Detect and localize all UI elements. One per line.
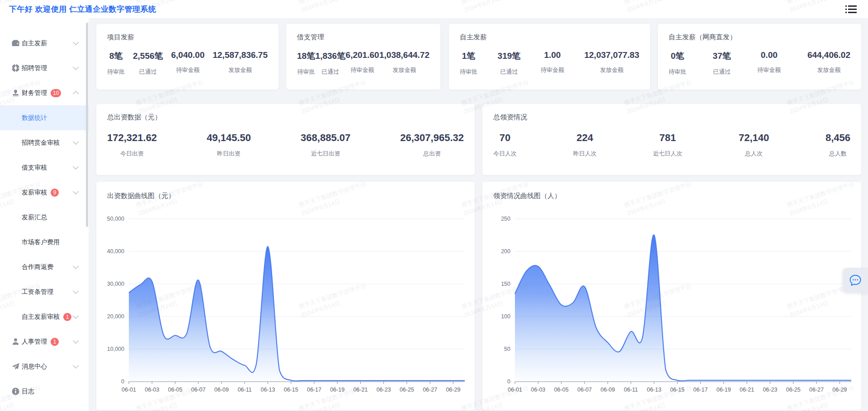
sidebar-item-label: 招聘管理 [22, 64, 47, 72]
stat-value: 8,456 [826, 132, 850, 144]
stat-item: 319笔 已通过 [498, 50, 521, 76]
stat-label: 总人次 [739, 150, 769, 158]
stat-item: 72,140 总人次 [739, 132, 769, 158]
stat-label: 已通过 [316, 68, 346, 76]
stat-item: 6,040.00 待审金额 [171, 50, 205, 76]
stat-card-2: 自主发薪 1笔 待审批 319笔 已通过 1.00 待审金额 12,037,07… [449, 24, 650, 90]
stat-label: 待审金额 [757, 66, 781, 74]
sidebar-item-11[interactable]: 自主发薪审核1 [0, 304, 89, 329]
svg-text:06-17: 06-17 [693, 387, 708, 393]
stat-label: 待审金额 [171, 66, 205, 74]
person-icon [12, 338, 19, 345]
stat-label: 今日人次 [493, 150, 517, 158]
sidebar-item-13[interactable]: 消息中心 [0, 354, 89, 379]
stat-value: 12,587,836.75 [212, 50, 268, 60]
sidebar-item-14[interactable]: 日志 [0, 379, 89, 404]
svg-text:20,000: 20,000 [107, 313, 124, 320]
card-title: 自主发薪 [460, 33, 487, 42]
stat-value: 224 [573, 132, 597, 144]
svg-text:06-11: 06-11 [238, 387, 252, 393]
svg-text:30,000: 30,000 [107, 281, 124, 287]
stat-item: 8,456 总人数 [826, 132, 850, 158]
stat-item: 0笔 待审批 [669, 50, 686, 76]
stat-label: 发放金额 [807, 66, 850, 74]
page-title: 下午好 欢迎使用 仁立通企业数字管理系统 [9, 4, 156, 14]
stat-value: 12,037,077.83 [584, 50, 639, 60]
stat-item: 49,145.50 昨日出资 [207, 132, 251, 158]
stat-item: 12,587,836.75 发放金额 [212, 50, 268, 76]
sidebar-item-3[interactable]: 数据统计 [0, 105, 89, 130]
stat-label: 待审批 [297, 68, 315, 76]
stat-value: 172,321.62 [107, 132, 157, 144]
sidebar-item-9[interactable]: 合作商返费 [0, 255, 89, 279]
stat-value: 6,040.00 [171, 50, 205, 60]
stat-value: 18笔 [297, 50, 315, 62]
stat-item: 26,307,965.32 总出资 [400, 132, 464, 158]
sidebar-item-0[interactable]: 自主发薪 [0, 31, 89, 56]
svg-text:200: 200 [501, 248, 510, 255]
wallet-icon [12, 39, 19, 47]
chevron-down-icon [73, 139, 79, 145]
svg-text:06-25: 06-25 [400, 387, 414, 393]
sidebar-item-7[interactable]: 发薪汇总 [0, 205, 89, 230]
sidebar-item-label: 自主发薪审核 [22, 313, 60, 321]
stat-card-0: 项目发薪 8笔 待审批 2,556笔 已通过 6,040.00 待审金额 12,… [96, 24, 278, 90]
svg-text:06-01: 06-01 [508, 387, 522, 393]
chevron-down-icon [73, 189, 79, 194]
chevron-down-icon [73, 338, 79, 344]
sidebar-item-label: 财务管理 [22, 89, 47, 97]
stat-item: 8笔 待审批 [107, 50, 125, 76]
stat-label: 待审批 [669, 68, 686, 76]
stat-value: 1,038,644.72 [379, 50, 429, 60]
sidebar-item-6[interactable]: 发薪审核9 [0, 180, 89, 205]
svg-text:06-03: 06-03 [145, 387, 159, 393]
chart-title: 领资情况曲线图（人） [493, 192, 561, 200]
svg-text:06-15: 06-15 [284, 387, 298, 393]
chevron-down-icon [73, 288, 79, 294]
send-icon [12, 363, 19, 370]
svg-text:06-07: 06-07 [577, 387, 592, 393]
sidebar-item-4[interactable]: 招聘赏金审核 [0, 130, 89, 155]
sidebar: 自主发薪招聘管理财务管理10数据统计招聘赏金审核借支审核发薪审核9发薪汇总市场客… [0, 18, 89, 411]
svg-text:06-27: 06-27 [423, 387, 437, 393]
svg-text:150: 150 [501, 281, 510, 287]
svg-text:50,000: 50,000 [107, 216, 124, 222]
stat-label: 总人数 [826, 150, 850, 158]
svg-text:06-27: 06-27 [809, 387, 824, 393]
svg-text:06-07: 06-07 [191, 387, 206, 393]
svg-text:06-23: 06-23 [763, 387, 777, 393]
sidebar-scrollbar[interactable] [86, 23, 88, 227]
stat-value: 72,140 [739, 132, 769, 144]
list-menu-icon[interactable] [845, 4, 859, 14]
sidebar-item-label: 日志 [22, 387, 34, 396]
sidebar-item-10[interactable]: 工资条管理 [0, 279, 89, 304]
stat-item: 37笔 已通过 [713, 50, 731, 76]
stat-item: 644,406.02 发放金额 [807, 50, 850, 76]
stat-value: 37笔 [713, 50, 731, 62]
svg-text:06-11: 06-11 [624, 387, 638, 393]
stat-item: 368,885.07 近七日出资 [301, 132, 350, 158]
sidebar-item-12[interactable]: 人事管理1 [0, 329, 89, 354]
card-title: 自主发薪（网商直发） [669, 33, 736, 42]
svg-text:06-03: 06-03 [531, 387, 545, 393]
stat-label: 已通过 [133, 68, 163, 76]
stat-item: 0.00 待审金额 [757, 50, 781, 76]
stat-item: 172,321.62 今日出资 [107, 132, 157, 158]
compass-icon [12, 64, 19, 72]
stat-label: 总出资 [400, 150, 464, 158]
sidebar-item-5[interactable]: 借支审核 [0, 155, 89, 180]
svg-text:06-21: 06-21 [740, 387, 754, 393]
svg-text:06-21: 06-21 [353, 387, 368, 393]
sidebar-item-label: 借支审核 [22, 164, 47, 172]
chat-float-button[interactable] [843, 268, 868, 293]
sidebar-item-1[interactable]: 招聘管理 [0, 56, 89, 80]
stat-item: 1,836笔 已通过 [316, 50, 346, 76]
sidebar-item-label: 工资条管理 [22, 288, 53, 296]
stat-item: 18笔 待审批 [297, 50, 315, 76]
svg-text:0: 0 [507, 378, 510, 385]
sidebar-item-2[interactable]: 财务管理10 [0, 80, 89, 105]
info-icon [12, 387, 19, 395]
summary-card-0: 总出资数据（元） 172,321.62 今日出资 49,145.50 昨日出资 … [96, 104, 475, 175]
sidebar-item-8[interactable]: 市场客户费用 [0, 230, 89, 255]
stat-card-1: 借支管理 18笔 待审批 1,836笔 已通过 6,201.60 待审金额 1,… [286, 24, 440, 90]
